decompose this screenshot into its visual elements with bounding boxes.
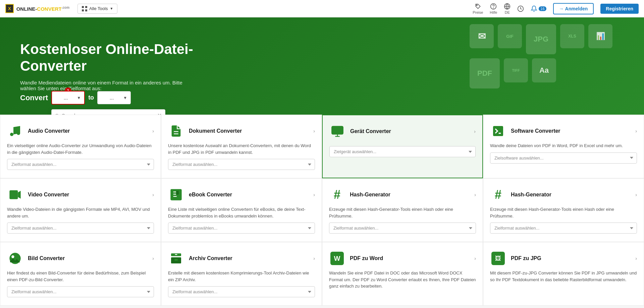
hash2-title: Hash-Generator <box>511 192 551 198</box>
logo-icon: X <box>5 4 14 13</box>
chevron-down-icon: ▼ <box>77 96 81 100</box>
hilfe-button[interactable]: Hilfe <box>490 3 497 14</box>
ebook-chevron: › <box>313 192 315 197</box>
geraet-select[interactable]: Zielgerät auswählen... <box>329 146 476 157</box>
software-card-header: Software Converter › <box>490 123 637 139</box>
ebook-title: eBook Converter <box>189 192 232 198</box>
ebook-select[interactable]: Zielformat auswählen... <box>168 223 315 234</box>
hash-card-header: # Hash-Generator › <box>329 187 476 203</box>
svg-point-4 <box>476 5 477 6</box>
video-title-row: Video Converter › <box>28 192 154 198</box>
pdfjpg-title-row: PDF zu JPG › <box>511 255 637 261</box>
svg-rect-1 <box>85 6 87 8</box>
dokument-desc: Unsere kostenlose Auswahl an Dokument-Co… <box>168 142 315 156</box>
pdfjpg-card: 🖼 PDF zu JPG › Mit diesem PDF-zu-JPG Con… <box>483 242 644 306</box>
search-icon <box>55 113 59 115</box>
preise-button[interactable]: Preise <box>473 3 483 14</box>
bell-icon <box>531 5 537 12</box>
audio-icon <box>7 123 23 139</box>
hero-icons: ✉ GIF JPG XLS 📊 PDF TIFF Aa <box>470 24 631 88</box>
close-button[interactable]: ✕ <box>157 112 162 115</box>
dokument-icon <box>168 123 184 139</box>
convert-to-label: to <box>88 94 94 101</box>
ebook-card: eBook Converter › Eine Liste mit vielsei… <box>161 178 322 242</box>
all-tools-label: Alle Tools <box>89 6 108 11</box>
software-icon <box>490 123 506 139</box>
svg-rect-14 <box>332 126 343 134</box>
svg-point-6 <box>493 8 494 8</box>
convert-from-button[interactable]: ... ▼ <box>51 91 85 105</box>
font-icon-hero: Aa <box>532 58 556 82</box>
chevron-down-icon: ▼ <box>123 96 127 100</box>
registrieren-button[interactable]: Registrieren <box>600 4 639 14</box>
convert-bar: Convert 1 ... ▼ ✕ Archiv Audio <box>20 91 131 105</box>
software-chevron: › <box>635 128 637 134</box>
pdfword-desc: Wandeln Sie eine PDF Datei in DOC oder d… <box>329 270 476 290</box>
audio-card: Audio Converter › Ein vielseitiger onlin… <box>0 115 161 178</box>
dokument-select[interactable]: Zielformat auswählen... <box>168 159 315 170</box>
search-input[interactable] <box>62 113 155 115</box>
notifications-button[interactable]: 16 <box>531 5 546 12</box>
archiv-card: Archiv Converter › Erstelle mit diesem k… <box>161 242 322 306</box>
header-right: Preise Hilfe DE 16 →Anmelden Registriere… <box>473 3 639 14</box>
bild-select[interactable]: Zielformat auswählen... <box>7 286 154 297</box>
hero-subtitle: Wandle Mediendateien online von einem Fo… <box>20 80 188 91</box>
software-title: Software Converter <box>511 128 560 134</box>
pdfword-card: W PDF zu Word › Wandeln Sie eine PDF Dat… <box>322 242 483 306</box>
audio-card-header: Audio Converter › <box>7 123 154 139</box>
hash-select[interactable]: Zielformat auswählen... <box>329 223 476 234</box>
pdfjpg-icon: 🖼 <box>490 250 506 266</box>
anmelden-button[interactable]: →Anmelden <box>553 3 594 14</box>
chart-icon-hero: 📊 <box>588 24 612 48</box>
archiv-select[interactable]: Zielformat auswählen... <box>168 286 315 297</box>
main-grid-row3: Bild Converter › Hier findest du einen B… <box>0 242 644 306</box>
hash2-select[interactable]: Zielformat auswählen... <box>490 223 637 234</box>
pdfjpg-chevron: › <box>635 256 637 261</box>
software-card: Software Converter › Wandle deine Dateie… <box>483 115 644 178</box>
archiv-icon <box>168 250 184 266</box>
main-grid-row2: Video Converter › Wandle Video-Dateien i… <box>0 178 644 242</box>
svg-rect-25 <box>174 259 178 261</box>
hash2-card: # Hash-Generator › Erzeuge mit diesen Ha… <box>483 178 644 242</box>
history-button[interactable] <box>517 5 524 12</box>
video-select[interactable]: Zielformat auswählen... <box>7 223 154 234</box>
format-dropdown: ✕ Archiv Audio Cad 2 Dokument › <box>51 109 165 115</box>
main-grid-row1: Audio Converter › Ein vielseitiger onlin… <box>0 115 644 178</box>
hash-card: # Hash-Generator › Erzeuge mit diesen Ha… <box>322 178 483 242</box>
video-desc: Wandle Video-Dateien in die gängigsten F… <box>7 206 154 219</box>
geraet-chevron: › <box>474 129 476 134</box>
svg-rect-2 <box>82 9 84 11</box>
lang-button[interactable]: DE <box>504 3 511 14</box>
video-card: Video Converter › Wandle Video-Dateien i… <box>0 178 161 242</box>
video-icon <box>7 187 23 203</box>
software-title-row: Software Converter › <box>511 128 637 134</box>
email-icon-hero: ✉ <box>470 24 494 48</box>
geraet-title: Gerät Converter <box>350 128 391 134</box>
hash-title: Hash-Generator <box>350 192 390 198</box>
hash2-icon: # <box>490 187 506 203</box>
hash-title-row: Hash-Generator › <box>350 192 476 198</box>
hero-section: Kostenloser Online-Datei-Converter Wandl… <box>0 17 644 115</box>
convert-to-button[interactable]: ... ▼ <box>97 91 131 104</box>
ebook-icon <box>168 187 184 203</box>
xls-icon-hero: XLS <box>560 24 584 48</box>
pdf-icon-hero: PDF <box>470 58 500 88</box>
ebook-card-header: eBook Converter › <box>168 187 315 203</box>
all-tools-button[interactable]: Alle Tools ▼ <box>77 4 117 14</box>
dokument-title-row: Dokument Converter › <box>189 128 315 134</box>
gif-icon-hero: GIF <box>498 24 522 48</box>
hash-chevron: › <box>474 192 476 197</box>
archiv-title: Archiv Converter <box>189 255 232 261</box>
tag-icon <box>475 3 481 10</box>
svg-rect-3 <box>85 9 87 11</box>
software-select[interactable]: Zielsoftware auswählen... <box>490 152 637 164</box>
svg-point-22 <box>11 255 14 258</box>
header: X ONLINE-CONVERT.com Alle Tools ▼ Preise… <box>0 0 644 17</box>
audio-chevron: › <box>152 128 154 134</box>
bild-chevron: › <box>152 256 154 261</box>
audio-select[interactable]: Zielformat auswählen... <box>7 159 154 170</box>
dropdown-search-bar: ✕ <box>52 110 165 115</box>
bild-title-row: Bild Converter › <box>28 255 154 261</box>
archiv-desc: Erstelle mit diesem kostenlosen Komprimi… <box>168 270 315 283</box>
ebook-desc: Eine Liste mit vielseitigen online Conve… <box>168 206 315 219</box>
